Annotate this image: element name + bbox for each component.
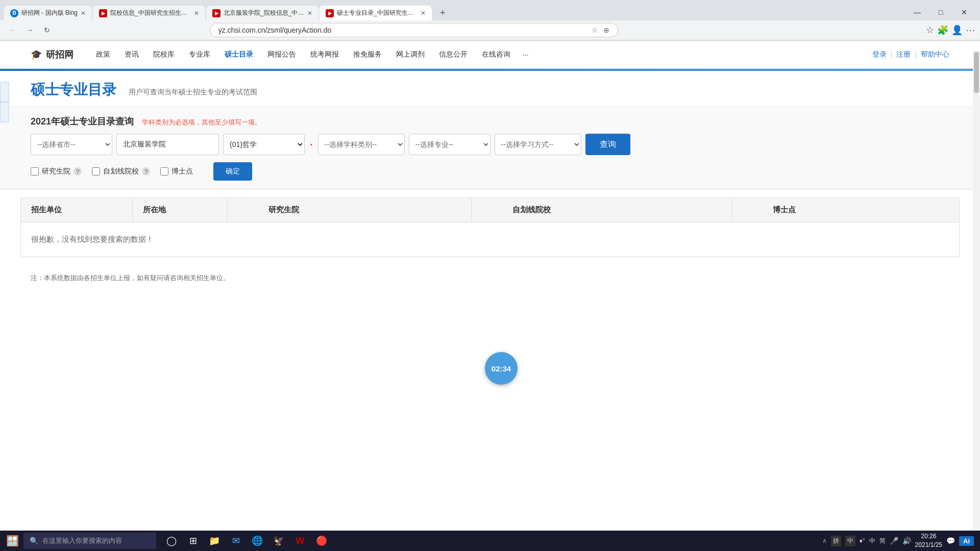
tray-chevron[interactable]: ∧ xyxy=(822,537,827,544)
tab3-icon: ▶ xyxy=(212,9,220,17)
study-mode-select[interactable]: --选择学习方式-- xyxy=(495,134,581,155)
maximize-button[interactable]: □ xyxy=(929,4,952,20)
taskbar-app-chrome[interactable]: 🔴 xyxy=(311,531,332,551)
side-item-2[interactable] xyxy=(0,102,9,122)
menu-icon[interactable]: ⋯ xyxy=(966,24,975,36)
nav-catalog[interactable]: 硕士目录 xyxy=(217,46,260,63)
bookmark-icon[interactable]: ☆ xyxy=(592,26,598,34)
tray-simplified[interactable]: 简 xyxy=(879,537,886,545)
nav-news[interactable]: 资讯 xyxy=(117,46,146,63)
taskbar-app-bing[interactable]: 🦅 xyxy=(268,531,289,551)
page-title: 硕士专业目录 xyxy=(31,82,116,97)
explorer-icon: 📁 xyxy=(209,535,220,546)
floating-timer[interactable]: 02:34 xyxy=(485,352,518,385)
tray-lang[interactable]: 中 xyxy=(869,537,875,545)
taskbar-app-mail[interactable]: ✉ xyxy=(226,531,246,551)
side-item-1[interactable] xyxy=(0,82,9,102)
taskbar-app-taskview[interactable]: ⊞ xyxy=(183,531,203,551)
col-graduate-school: 研究生院 xyxy=(227,198,471,222)
clock-area[interactable]: 20:26 2021/1/25 xyxy=(915,532,942,549)
nav-majors[interactable]: 专业库 xyxy=(182,46,217,63)
start-button[interactable]: 🪟 xyxy=(2,531,22,551)
page-subtitle: 用户可查询当年硕士招生专业的考试范围 xyxy=(129,88,257,96)
help-graduate-school[interactable]: ? xyxy=(74,167,82,176)
close-window-button[interactable]: ✕ xyxy=(952,4,976,20)
taskbar-search-text: 在这里输入你要搜索的内容 xyxy=(42,536,122,545)
confirm-button[interactable]: 确定 xyxy=(213,162,252,181)
forward-button[interactable]: → xyxy=(22,23,37,37)
nav-more[interactable]: ··· xyxy=(518,46,534,63)
site-logo[interactable]: 🎓 研招网 xyxy=(31,48,74,61)
tab2-close[interactable]: ✕ xyxy=(194,10,199,17)
page-title-area: 硕士专业目录 用户可查询当年硕士招生专业的考试范围 xyxy=(0,71,980,107)
nav-schools[interactable]: 院校库 xyxy=(146,46,182,63)
browser-tab-4[interactable]: ▶ 硕士专业目录_中国研究生招生信... ✕ xyxy=(320,6,432,20)
tab4-close[interactable]: ✕ xyxy=(421,10,426,17)
tray-volume[interactable]: 🔊 xyxy=(902,537,911,545)
nav-recommend[interactable]: 推免服务 xyxy=(346,46,389,63)
nav-policy[interactable]: 政策 xyxy=(89,46,117,63)
school-input[interactable] xyxy=(116,134,219,155)
chrome-icon: 🔴 xyxy=(316,535,327,546)
favorites-icon[interactable]: ☆ xyxy=(926,24,934,36)
clock-date: 2021/1/25 xyxy=(915,541,942,549)
tray-mic[interactable]: 🎤 xyxy=(890,537,898,545)
new-tab-button[interactable]: + xyxy=(435,6,451,20)
back-button[interactable]: ← xyxy=(5,23,19,37)
label-graduate-school: 研究生院 xyxy=(42,167,70,176)
taskbar-search-box[interactable]: 🔍 在这里输入你要搜索的内容 xyxy=(23,533,156,549)
nav-adjustment[interactable]: 网上调剂 xyxy=(389,46,432,63)
help-self-school[interactable]: ? xyxy=(142,167,150,176)
search-hint: 学科类别为必选项，其他至少填写一项。 xyxy=(142,118,261,126)
nav-notice[interactable]: 网报公告 xyxy=(260,46,303,63)
checkbox-graduate-school[interactable] xyxy=(31,167,39,176)
checkbox-phd[interactable] xyxy=(160,167,168,176)
nav-registration[interactable]: 统考网报 xyxy=(303,46,346,63)
refresh-button[interactable]: ↻ xyxy=(40,23,54,37)
timer-display: 02:34 xyxy=(492,364,511,373)
taskbar-app-explorer[interactable]: 📁 xyxy=(204,531,225,551)
table-area: 招生单位 所在地 研究生院 自划线院校 博士点 很抱歉，没有找到您要搜索的数据！ xyxy=(0,197,980,257)
scrollbar[interactable] xyxy=(973,51,980,531)
help-link[interactable]: 帮助中心 xyxy=(921,50,949,59)
ai-button[interactable]: Ai xyxy=(959,536,974,546)
address-bar[interactable]: yz.chsi.com.cn/zsml/queryAction.do ☆ ⊕ xyxy=(210,23,618,37)
subject-select[interactable]: (01)哲学 xyxy=(223,134,305,155)
tray-ime[interactable]: 拼 xyxy=(831,536,841,546)
scroll-thumb[interactable] xyxy=(974,52,979,93)
taskbar-app-wps[interactable]: W xyxy=(290,531,310,551)
nav-consult[interactable]: 在线咨询 xyxy=(475,46,518,63)
address-text: yz.chsi.com.cn/zsml/queryAction.do xyxy=(218,26,332,34)
tray-chinese[interactable]: 中 xyxy=(845,536,855,546)
browser-tab-2[interactable]: ▶ 院校信息_中国研究生招生信息网 ✕ xyxy=(93,6,205,20)
nav-info[interactable]: 信息公开 xyxy=(432,46,475,63)
checkbox-self-school[interactable] xyxy=(92,167,100,176)
notifications-icon[interactable]: 💬 xyxy=(946,537,955,545)
taskbar-app-cortana[interactable]: ◯ xyxy=(161,531,182,551)
register-link[interactable]: 注册 xyxy=(896,50,911,59)
tray-dot[interactable]: ♦° xyxy=(860,537,865,544)
col-school: 招生单位 xyxy=(21,198,133,222)
browser-tab-1[interactable]: B 研招网 - 国内版 Bing ✕ xyxy=(4,6,92,20)
city-select[interactable]: --选择省市-- xyxy=(31,134,112,155)
windows-icon: 🪟 xyxy=(6,535,19,547)
major-select[interactable]: --选择专业-- xyxy=(409,134,491,155)
login-link[interactable]: 登录 xyxy=(872,50,887,59)
browser-tab-3[interactable]: ▶ 北京服装学院_院校信息_中国研... ✕ xyxy=(206,6,318,20)
taskbar-apps-area: ◯ ⊞ 📁 ✉ 🌐 🦅 W 🔴 xyxy=(161,531,332,551)
taskbar-app-browser2[interactable]: 🌐 xyxy=(247,531,267,551)
footer-note-text: 注：本系统数据由各招生单位上报，如有疑问请咨询相关招生单位。 xyxy=(31,274,230,282)
search-button[interactable]: 查询 xyxy=(585,134,630,155)
tab3-close[interactable]: ✕ xyxy=(307,10,312,17)
tab1-close[interactable]: ✕ xyxy=(81,10,86,17)
account-icon[interactable]: 👤 xyxy=(951,24,963,36)
filter-graduate-school: 研究生院 ? xyxy=(31,167,82,176)
no-data-row: 很抱歉，没有找到您要搜索的数据！ xyxy=(21,222,960,257)
extensions-icon[interactable]: 🧩 xyxy=(937,24,948,36)
minimize-button[interactable]: — xyxy=(905,4,929,20)
profile-icon[interactable]: ⊕ xyxy=(603,26,609,34)
bing-icon: 🦅 xyxy=(273,535,284,546)
window-controls: — □ ✕ xyxy=(905,4,976,20)
discipline-select[interactable]: --选择学科类别-- xyxy=(318,134,405,155)
search-header: 2021年硕士专业目录查询 学科类别为必选项，其他至少填写一项。 xyxy=(31,115,949,128)
